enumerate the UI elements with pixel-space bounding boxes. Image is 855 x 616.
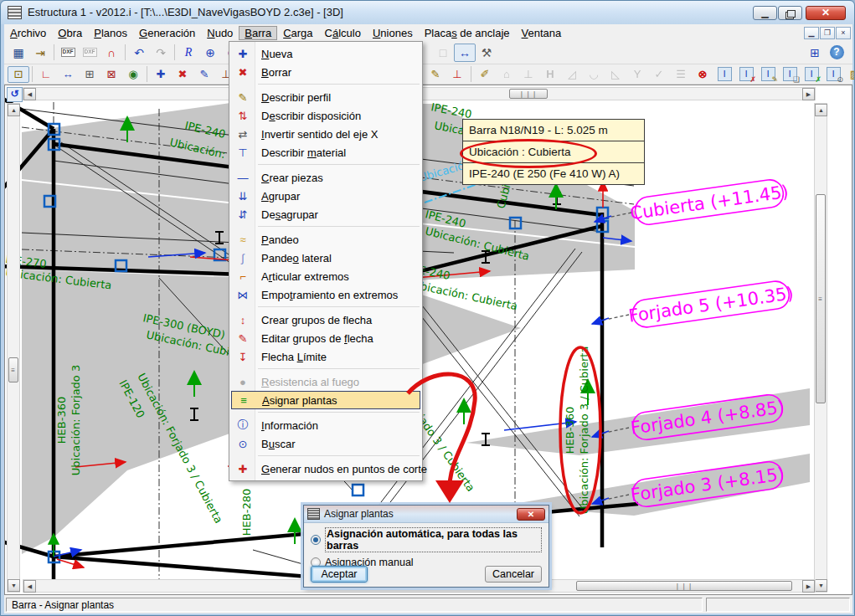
info-bubble-button[interactable]: ⊡	[8, 66, 29, 83]
menu-item-empotramiento-en-extremos[interactable]: ⋈Empotramiento en extremos	[229, 285, 422, 304]
mdi-close-button[interactable]: ×	[836, 27, 851, 39]
select-remove-button[interactable]: ⊠	[100, 66, 122, 83]
redraw-button[interactable]: R	[178, 44, 199, 62]
menubar-item-archivo[interactable]: Archivo	[4, 26, 52, 40]
delete-link-button[interactable]: ⊥	[446, 66, 468, 83]
ibeam-copy-button[interactable]: Ⅰ❏	[779, 66, 801, 83]
menu-item-pandeo-lateral[interactable]: ∫Pandeo lateral	[229, 249, 422, 267]
menu-item-asignar-plantas[interactable]: ≡Asignar plantas	[231, 391, 420, 409]
menubar-item-generaci-n[interactable]: Generación	[133, 26, 201, 40]
mdi-restore-button[interactable]: ❐	[820, 27, 835, 39]
menu-item-articular-extremos[interactable]: ⌐Articular extremos	[229, 267, 422, 285]
left-scrollbar-thumb[interactable]: ≡	[8, 357, 18, 382]
hide-elements-eye-button[interactable]: ◉	[122, 66, 144, 83]
menu-item-nueva[interactable]: ✚Nueva	[229, 44, 422, 63]
scroll-left-button-bottom[interactable]: ◀	[23, 580, 36, 593]
ibeam-check-button[interactable]: Ⅰ✗	[801, 66, 822, 83]
menubar-item-c-lculo[interactable]: Cálculo	[319, 26, 367, 40]
menubar-item-planos[interactable]: Planos	[88, 26, 133, 40]
new-node-button[interactable]: ✚	[150, 66, 172, 83]
menubar-item-placas-de-anclaje[interactable]: Placas de anclaje	[419, 26, 516, 40]
menubar-item-ventana[interactable]: Ventana	[516, 26, 568, 40]
scroll-down-button[interactable]: ▼	[8, 579, 20, 592]
paint-window-button[interactable]: ▨	[844, 66, 855, 83]
menu-item-crear-piezas[interactable]: —Crear piezas	[229, 168, 422, 187]
bottom-scrollbar-thumb[interactable]: ❘❘❘	[576, 581, 792, 591]
left-rotation-scrollbar[interactable]: ▲ ≡ ▼	[7, 103, 20, 593]
window-dimensions-button[interactable]: ↔	[454, 44, 476, 62]
undo-button[interactable]: ↶	[128, 44, 150, 62]
ibeam-button[interactable]: Ⅰ	[713, 66, 735, 83]
menu-item-informaci-n[interactable]: ⓘInformación	[229, 416, 422, 434]
zoom-extents-button[interactable]: ⊕	[199, 44, 221, 62]
menu-item-crear-grupos-de-flecha[interactable]: ↕Crear grupos de flecha	[229, 311, 422, 329]
menu-item-describir-perfil[interactable]: ✎Describir perfil	[229, 88, 422, 106]
axes-button[interactable]: ∟	[35, 66, 57, 83]
delete-node-button[interactable]: ✖	[172, 66, 193, 83]
menu-item-buscar[interactable]: ⊙Buscar	[229, 434, 422, 453]
minimize-button[interactable]: ▁	[753, 6, 777, 20]
generar-nudos-en-puntos-de-corte-icon: ✚	[233, 463, 253, 475]
menu-item-desagrupar[interactable]: ⇵Desagrupar	[229, 205, 422, 223]
scroll-up-button[interactable]: ▲	[8, 104, 20, 116]
top-scrollbar-thumb[interactable]: ❘❘❘	[509, 89, 548, 99]
rotate-view-button[interactable]: ↺	[7, 87, 23, 102]
buscar-icon: ⊙	[233, 438, 253, 450]
scroll-down-button-right[interactable]: ▼	[815, 579, 827, 592]
menu-item-editar-grupos-de-flecha[interactable]: ✎Editar grupos de flecha	[229, 329, 422, 347]
menu-item-generar-nudos-en-puntos-de-corte[interactable]: ✚Generar nudos en puntos de corte	[229, 459, 422, 478]
menu-item-borrar[interactable]: ✖Borrar	[229, 63, 422, 81]
right-scrollbar-thumb[interactable]: ≡	[816, 194, 826, 403]
dxf-import-button[interactable]: DXF	[57, 44, 79, 62]
settings-hammer-button[interactable]: ⚒	[476, 44, 497, 62]
scroll-right-button[interactable]: ▶	[802, 88, 815, 100]
asignar-plantas-dialog: Asignar plantas ✕ Asignación automática,…	[303, 505, 549, 588]
menubar-item-barra[interactable]: Barra	[239, 26, 277, 40]
menubar-item-uniones[interactable]: Uniones	[367, 26, 419, 40]
close-button[interactable]: ✕	[806, 6, 846, 20]
snap-magnet-button[interactable]: ∩	[100, 44, 122, 62]
menubar-item-obra[interactable]: Obra	[52, 26, 88, 40]
stop-button[interactable]: ⊗	[692, 66, 713, 83]
scroll-up-button-right[interactable]: ▲	[815, 104, 827, 116]
window-arrange-button[interactable]: ⊞	[804, 44, 826, 62]
menu-item-describir-disposici-n[interactable]: ⇅Describir disposición	[229, 106, 422, 125]
radio-option-automatic[interactable]: Asignación automática, para todas las ba…	[311, 527, 542, 552]
menu-item-flecha-l-mite[interactable]: ↧Flecha Límite	[229, 347, 422, 366]
scroll-right-button-bottom[interactable]: ▶	[802, 580, 815, 593]
radio-label-automatic: Asignación automática, para todas las ba…	[325, 527, 542, 552]
right-vertical-scrollbar[interactable]: ▲ ≡ ▼	[814, 103, 827, 593]
cancel-button[interactable]: Cancelar	[485, 566, 542, 583]
dialog-title-bar[interactable]: Asignar plantas ✕	[304, 506, 549, 523]
menubar-item-carga[interactable]: Carga	[277, 26, 318, 40]
dxf-import-icon: DXF	[61, 48, 75, 57]
accept-button[interactable]: Aceptar	[311, 566, 368, 583]
dimension-button[interactable]: ↔	[57, 66, 79, 83]
save-button[interactable]: ▦	[8, 44, 29, 62]
radio-selected-icon[interactable]	[311, 535, 321, 545]
scroll-left-button[interactable]: ◀	[23, 88, 36, 100]
menu-item-agrupar[interactable]: ⇊Agrupar	[229, 187, 422, 205]
select-add-button[interactable]: ⊞	[79, 66, 100, 83]
describir-material-icon: ⊤	[233, 146, 253, 159]
3d-viewport[interactable]: IPE-240Ubicación: CubiertaIPE-240Ubicaci…	[4, 85, 852, 595]
edit-node-button[interactable]: ✎	[193, 66, 215, 83]
restore-button[interactable]	[778, 6, 802, 20]
title-bar[interactable]: Estructura 1 - v2012.i - [T:\...\E3DI_Na…	[1, 1, 854, 24]
mdi-minimize-button[interactable]: ▁	[804, 27, 819, 39]
truss-v-icon: ◡	[589, 68, 598, 80]
menubar-item-nudo[interactable]: Nudo	[201, 26, 239, 40]
menu-item-invertir-sentido-del-eje-x[interactable]: ⇄Invertir sentido del eje X	[229, 125, 422, 143]
ibeam-delete-button[interactable]: Ⅰ✗	[735, 66, 757, 83]
edit-bar-button[interactable]: ✎	[425, 66, 446, 83]
menu-item-pandeo[interactable]: ≈Pandeo	[229, 230, 422, 249]
menu-item-label: Generar nudos en puntos de corte	[261, 463, 427, 475]
exit-door-button[interactable]: ⇥	[29, 44, 51, 62]
help-button[interactable]: ?	[826, 44, 847, 62]
ibeam-search-button[interactable]: Ⅰ⊙	[822, 66, 844, 83]
ibeam-edit-button[interactable]: Ⅰ✎	[757, 66, 779, 83]
menu-item-describir-material[interactable]: ⊤Describir material	[229, 143, 422, 162]
describe-wand-button[interactable]: ✐	[474, 66, 496, 83]
dialog-close-button[interactable]: ✕	[517, 508, 545, 521]
describir-disposici-n-icon: ⇅	[233, 110, 253, 122]
